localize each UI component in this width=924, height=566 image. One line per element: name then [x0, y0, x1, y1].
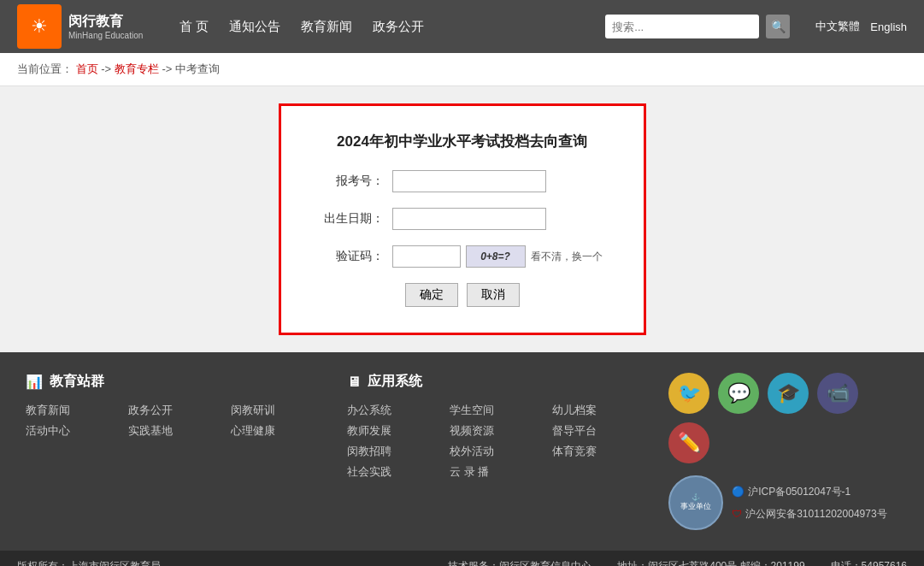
weibo-icon[interactable]: 🐦 — [668, 373, 709, 414]
weibo-symbol: 🐦 — [678, 382, 701, 404]
footer-app-systems: 🖥 应用系统 办公系统 学生空间 幼儿档案 教师发展 视频资源 督导平台 闵教招… — [347, 373, 634, 480]
footer-link-recruit[interactable]: 闵教招聘 — [347, 444, 429, 459]
icp-number: 沪ICP备05012047号-1 — [748, 481, 850, 502]
app-systems-label: 应用系统 — [368, 373, 422, 391]
main-content: 2024年初中学业水平考试投档去向查询 报考号： 出生日期： 验证码： 0+8=… — [0, 86, 924, 352]
footer-link-outside[interactable]: 校外活动 — [450, 444, 532, 459]
form-buttons: 确定 取消 — [315, 283, 609, 307]
footer-app-title: 🖥 应用系统 — [347, 373, 634, 391]
cert-area: ⚓ 事业单位 🔵 沪ICP备05012047号-1 🛡 沪公网安备3101120… — [668, 475, 898, 530]
footer-edu-links: 教育新闻 政务公开 闵教研训 活动中心 实践基地 心理健康 — [26, 403, 313, 439]
footer-link-record[interactable]: 云 录 播 — [450, 464, 532, 480]
captcha-row: 验证码： 0+8=? 看不清，换一个 — [315, 245, 609, 268]
phone: 电话：54957616 — [831, 559, 907, 566]
tech-service: 技术服务：闵行区教育信息中心 — [448, 559, 591, 566]
film-symbol: 📹 — [827, 382, 850, 404]
lang-en[interactable]: English — [870, 21, 907, 33]
copyright: 版权所有：上海市闵行区教育局 — [17, 559, 161, 566]
breadcrumb-prefix: 当前位置： — [17, 62, 73, 75]
write-icon[interactable]: ✏️ — [668, 422, 709, 463]
footer-top: 📊 教育站群 教育新闻 政务公开 闵教研训 活动中心 实践基地 心理健康 🖥 应… — [0, 352, 924, 551]
footer-edu-title: 📊 教育站群 — [26, 373, 313, 391]
dob-row: 出生日期： — [315, 208, 609, 230]
query-form-card: 2024年初中学业水平考试投档去向查询 报考号： 出生日期： 验证码： 0+8=… — [279, 103, 646, 335]
wechat-symbol: 💬 — [727, 382, 750, 404]
edu-sites-label: 教育站群 — [50, 373, 104, 391]
grad-symbol: 🎓 — [777, 382, 800, 404]
cert-badge: ⚓ 事业单位 — [668, 475, 723, 530]
footer-link-kids[interactable]: 幼儿档案 — [552, 403, 634, 418]
breadcrumb-home[interactable]: 首页 — [76, 62, 98, 75]
captcha-input[interactable] — [392, 245, 461, 268]
search-button[interactable]: 🔍 — [766, 15, 790, 38]
footer-app-links: 办公系统 学生空间 幼儿档案 教师发展 视频资源 督导平台 闵教招聘 校外活动 … — [347, 403, 634, 480]
language-switcher: 中文繁體 English — [815, 19, 907, 34]
confirm-button[interactable]: 确定 — [405, 283, 458, 307]
footer-link-mental[interactable]: 心理健康 — [231, 423, 313, 439]
footer-link-sports[interactable]: 体育竞赛 — [552, 444, 634, 459]
footer-link-edu-news[interactable]: 教育新闻 — [26, 403, 108, 418]
captcha-refresh[interactable]: 看不清，换一个 — [531, 250, 603, 264]
captcha-label: 验证码： — [315, 249, 384, 264]
icp-line2: 🛡 沪公网安备31011202004973号 — [732, 504, 886, 524]
nav-notice[interactable]: 通知公告 — [229, 19, 280, 35]
footer-bottom: 版权所有：上海市闵行区教育局 技术服务：闵行区教育信息中心 地址：闵行区七莘路4… — [0, 551, 924, 566]
lang-cn[interactable]: 中文繁體 — [815, 19, 860, 34]
app-systems-icon: 🖥 — [347, 374, 361, 390]
logo-en: MinHang Education — [68, 31, 143, 40]
social-icons-row: 🐦 💬 🎓 📹 ✏️ — [668, 373, 898, 463]
icp-icon1: 🔵 — [732, 481, 744, 502]
icp-icon2: 🛡 — [732, 504, 742, 524]
footer-edu-sites: 📊 教育站群 教育新闻 政务公开 闵教研训 活动中心 实践基地 心理健康 — [26, 373, 313, 439]
logo-text: 闵行教育 MinHang Education — [68, 13, 143, 40]
captcha-text: 0+8=? — [480, 251, 510, 262]
search-area: 🔍 — [605, 15, 790, 38]
footer-link-teacher[interactable]: 教师发展 — [347, 423, 429, 439]
footer-link-gov[interactable]: 政务公开 — [128, 403, 210, 418]
icp-police: 沪公网安备31011202004973号 — [745, 504, 886, 524]
footer-link-supervise[interactable]: 督导平台 — [552, 423, 634, 439]
footer-link-research[interactable]: 闵教研训 — [231, 403, 313, 418]
form-title: 2024年初中学业水平考试投档去向查询 — [315, 132, 609, 151]
footer-link-practice[interactable]: 实践基地 — [128, 423, 210, 439]
logo-icon: ☀ — [17, 4, 62, 49]
media-icon[interactable]: 📹 — [817, 373, 858, 414]
breadcrumb: 当前位置： 首页 -> 教育专栏 -> 中考查询 — [17, 62, 907, 77]
main-nav: 首 页 通知公告 教育新闻 政务公开 — [180, 19, 580, 35]
education-icon[interactable]: 🎓 — [768, 373, 809, 414]
wechat-icon[interactable]: 💬 — [718, 373, 759, 414]
breadcrumb-sep2: -> — [162, 62, 175, 75]
nav-news[interactable]: 教育新闻 — [301, 19, 352, 35]
dob-input[interactable] — [392, 208, 546, 230]
exam-no-input[interactable] — [392, 170, 546, 192]
breadcrumb-current: 中考查询 — [175, 62, 220, 75]
footer-link-social[interactable]: 社会实践 — [347, 464, 429, 480]
footer-info: 技术服务：闵行区教育信息中心 地址：闵行区七莘路400号 邮编：201199 电… — [448, 559, 907, 566]
exam-no-label: 报考号： — [315, 174, 384, 189]
footer-link-activity[interactable]: 活动中心 — [26, 423, 108, 439]
search-input[interactable] — [605, 15, 759, 38]
header: ☀ 闵行教育 MinHang Education 首 页 通知公告 教育新闻 政… — [0, 0, 924, 53]
logo-cn: 闵行教育 — [68, 13, 143, 31]
footer-link-video[interactable]: 视频资源 — [450, 423, 532, 439]
breadcrumb-sep1: -> — [101, 62, 115, 75]
icp-line1: 🔵 沪ICP备05012047号-1 — [732, 481, 886, 502]
cert-badge-text: ⚓ 事业单位 — [680, 493, 711, 512]
dob-label: 出生日期： — [315, 211, 384, 227]
nav-home[interactable]: 首 页 — [180, 19, 209, 35]
cancel-button[interactable]: 取消 — [467, 283, 520, 307]
footer-social-section: 🐦 💬 🎓 📹 ✏️ ⚓ 事业单位 — [668, 373, 898, 530]
address: 地址：闵行区七莘路400号 邮编：201199 — [617, 559, 804, 566]
logo-area: ☀ 闵行教育 MinHang Education — [17, 4, 154, 49]
icp-info: 🔵 沪ICP备05012047号-1 🛡 沪公网安备31011202004973… — [732, 481, 886, 524]
captcha-image: 0+8=? — [466, 245, 526, 268]
footer-link-office[interactable]: 办公系统 — [347, 403, 429, 418]
breadcrumb-edu[interactable]: 教育专栏 — [115, 62, 159, 75]
footer-link-student[interactable]: 学生空间 — [450, 403, 532, 418]
pen-symbol: ✏️ — [678, 432, 701, 454]
exam-no-row: 报考号： — [315, 170, 609, 192]
captcha-group: 0+8=? 看不清，换一个 — [392, 245, 603, 268]
breadcrumb-bar: 当前位置： 首页 -> 教育专栏 -> 中考查询 — [0, 53, 924, 86]
nav-gov[interactable]: 政务公开 — [373, 19, 424, 35]
edu-sites-icon: 📊 — [26, 374, 43, 390]
